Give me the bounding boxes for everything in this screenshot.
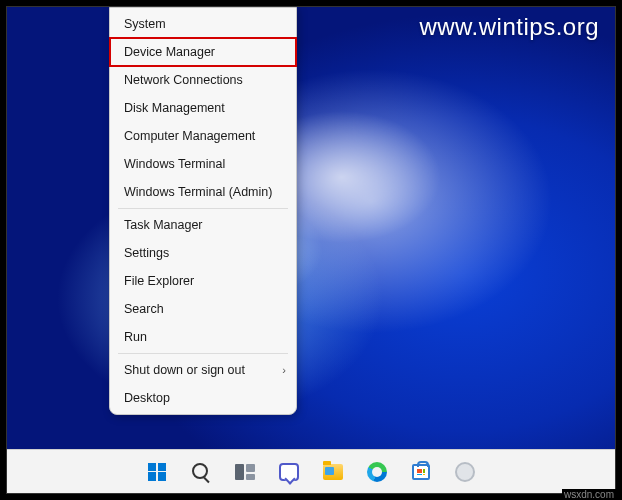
start-button[interactable] (138, 453, 176, 491)
chat-button[interactable] (270, 453, 308, 491)
menu-item-label: Network Connections (124, 73, 243, 87)
task-view-icon (234, 461, 256, 483)
edge-icon (366, 461, 388, 483)
menu-separator (118, 353, 288, 354)
windows-logo-icon (146, 461, 168, 483)
menu-item-label: Task Manager (124, 218, 203, 232)
file-explorer-button[interactable] (314, 453, 352, 491)
app-button[interactable] (446, 453, 484, 491)
menu-item-network-connections[interactable]: Network Connections (110, 66, 296, 94)
folder-icon (322, 461, 344, 483)
taskbar (7, 449, 615, 493)
menu-item-file-explorer[interactable]: File Explorer (110, 267, 296, 295)
menu-item-system[interactable]: System (110, 10, 296, 38)
menu-separator (118, 208, 288, 209)
menu-item-label: Windows Terminal (124, 157, 225, 171)
search-icon (190, 461, 212, 483)
menu-item-label: Run (124, 330, 147, 344)
watermark-text: www.wintips.org (419, 13, 599, 41)
menu-item-label: Search (124, 302, 164, 316)
menu-item-search[interactable]: Search (110, 295, 296, 323)
task-view-button[interactable] (226, 453, 264, 491)
menu-item-label: Settings (124, 246, 169, 260)
menu-item-label: System (124, 17, 166, 31)
menu-item-settings[interactable]: Settings (110, 239, 296, 267)
menu-item-label: Shut down or sign out (124, 363, 245, 377)
menu-item-run[interactable]: Run (110, 323, 296, 351)
menu-item-task-manager[interactable]: Task Manager (110, 211, 296, 239)
menu-item-label: Windows Terminal (Admin) (124, 185, 272, 199)
chevron-right-icon: › (282, 364, 286, 376)
store-icon (410, 461, 432, 483)
edge-button[interactable] (358, 453, 396, 491)
circle-icon (454, 461, 476, 483)
menu-item-device-manager[interactable]: Device Manager (110, 38, 296, 66)
menu-item-label: Device Manager (124, 45, 215, 59)
menu-item-label: File Explorer (124, 274, 194, 288)
menu-item-shut-down-or-sign-out[interactable]: Shut down or sign out› (110, 356, 296, 384)
search-button[interactable] (182, 453, 220, 491)
menu-item-label: Computer Management (124, 129, 255, 143)
menu-item-windows-terminal-admin[interactable]: Windows Terminal (Admin) (110, 178, 296, 206)
menu-item-label: Disk Management (124, 101, 225, 115)
chat-icon (278, 461, 300, 483)
store-button[interactable] (402, 453, 440, 491)
source-credit: wsxdn.com (562, 489, 616, 500)
menu-item-computer-management[interactable]: Computer Management (110, 122, 296, 150)
menu-item-windows-terminal[interactable]: Windows Terminal (110, 150, 296, 178)
menu-item-disk-management[interactable]: Disk Management (110, 94, 296, 122)
desktop-wallpaper (7, 7, 615, 493)
menu-item-desktop[interactable]: Desktop (110, 384, 296, 412)
winx-context-menu: SystemDevice ManagerNetwork ConnectionsD… (109, 7, 297, 415)
menu-item-label: Desktop (124, 391, 170, 405)
